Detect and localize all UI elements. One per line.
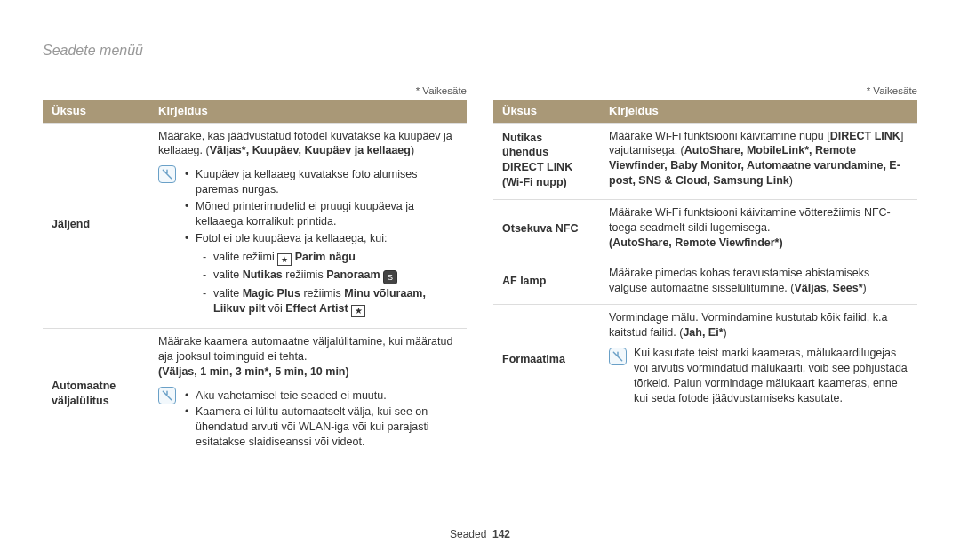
- right-column: * Vaikesäte Üksus Kirjeldus Nutikas ühen…: [493, 85, 917, 460]
- row-label: Formaatima: [493, 305, 600, 415]
- mode-icon: ★: [277, 253, 292, 266]
- default-note-right: * Vaikesäte: [493, 85, 917, 96]
- col-header-desc: Kirjeldus: [600, 100, 917, 123]
- row-label: Jäljend: [43, 123, 149, 328]
- row-label: Nutikas ühendus DIRECT LINK (Wi-Fi nupp): [493, 123, 600, 200]
- table-row: Nutikas ühendus DIRECT LINK (Wi-Fi nupp)…: [493, 123, 917, 200]
- row-desc: Vormindage mälu. Vormindamine kustutab k…: [600, 305, 917, 415]
- left-table: Üksus Kirjeldus Jäljend Määrake, kas jää…: [43, 100, 467, 460]
- info-icon: [609, 348, 627, 365]
- table-row: Jäljend Määrake, kas jäädvustatud fotode…: [43, 123, 467, 328]
- col-header-item: Üksus: [493, 100, 600, 123]
- default-note-left: * Vaikesäte: [43, 85, 467, 96]
- col-header-desc: Kirjeldus: [149, 100, 467, 123]
- info-icon: [158, 387, 176, 404]
- page-title: Seadete menüü: [43, 43, 917, 59]
- info-icon: [158, 165, 176, 183]
- row-label: Automaatne väljalülitus: [43, 328, 149, 460]
- right-table: Üksus Kirjeldus Nutikas ühendus DIRECT L…: [493, 100, 917, 415]
- table-row: Formaatima Vormindage mälu. Vormindamine…: [493, 305, 917, 415]
- table-row: Otsekuva NFC Määrake Wi-Fi funktsiooni k…: [493, 200, 917, 260]
- col-header-item: Üksus: [43, 100, 149, 123]
- content-columns: * Vaikesäte Üksus Kirjeldus Jäljend Määr…: [43, 85, 917, 460]
- row-desc: Määrake, kas jäädvustatud fotodel kuvata…: [149, 123, 467, 328]
- row-desc: Määrake pimedas kohas teravustamise abis…: [600, 260, 917, 305]
- effect-icon: ★: [351, 305, 365, 317]
- row-desc: Määrake Wi-Fi funktsiooni käivitamine nu…: [600, 123, 917, 200]
- row-desc: Määrake kaamera automaatne väljalülitami…: [149, 328, 467, 460]
- page-footer: Seaded 142: [0, 528, 960, 540]
- left-column: * Vaikesäte Üksus Kirjeldus Jäljend Määr…: [43, 85, 467, 460]
- smart-icon: S: [383, 270, 397, 284]
- table-row: Automaatne väljalülitus Määrake kaamera …: [43, 328, 467, 460]
- row-label: AF lamp: [493, 260, 600, 305]
- row-desc: Määrake Wi-Fi funktsiooni käivitamine võ…: [600, 200, 917, 260]
- row-label: Otsekuva NFC: [493, 200, 600, 260]
- table-row: AF lamp Määrake pimedas kohas teravustam…: [493, 260, 917, 305]
